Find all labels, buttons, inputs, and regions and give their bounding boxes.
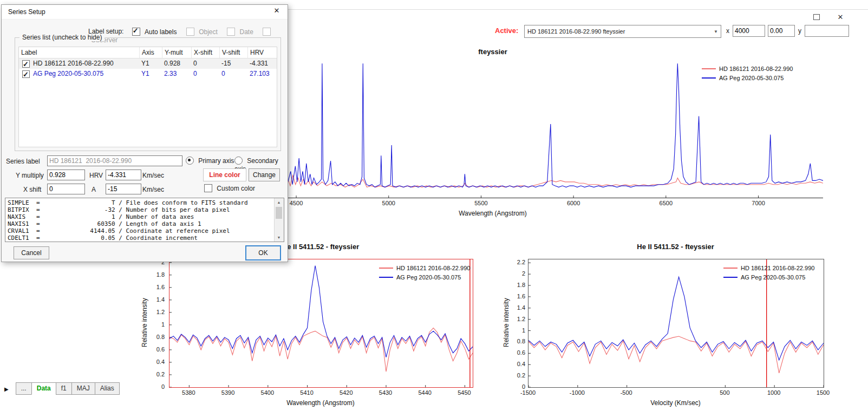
- legend-label: AG Peg 2020-05-30.075: [741, 274, 805, 281]
- tab-scroll-icon[interactable]: ▶: [4, 386, 9, 392]
- date-checkbox: [227, 28, 235, 36]
- series-name: HD 186121 2016-08-22.990: [33, 58, 114, 69]
- series-list-caption: Series list (uncheck to hide): [19, 34, 105, 41]
- ok-button[interactable]: OK: [245, 245, 281, 260]
- series-label-caption: Series label: [6, 158, 40, 165]
- x-tick-label: 5500: [474, 200, 487, 206]
- heii-vel-xlabel: Velocity (Km/sec): [528, 399, 823, 407]
- radio-icon: [234, 157, 243, 165]
- primary-axis-radio[interactable]: Primary axis: [186, 157, 234, 165]
- cell-axis: Y1: [139, 58, 162, 69]
- primary-axis-label: Primary axis: [198, 157, 234, 165]
- x-tick-label: -1000: [570, 389, 585, 396]
- y-tick-label: 1.4: [156, 296, 165, 303]
- heii-wave-legend: HD 186121 2016-08-22.990 AG Peg 2020-05-…: [379, 263, 470, 282]
- heii-wave-xlabel: Wavelength (Angstrom): [169, 399, 472, 407]
- legend-item: HD 186121 2016-08-22.990: [379, 263, 470, 272]
- tab-data[interactable]: Data: [31, 382, 56, 395]
- red-series-line-icon: [702, 68, 716, 69]
- x-tick-label: 5410: [300, 389, 313, 396]
- y-tick-label: 0.8: [517, 338, 525, 344]
- heii-vel-ylabel: Relative intensity: [502, 259, 511, 387]
- auto-labels-checkbox[interactable]: [132, 28, 140, 36]
- custom-color-checkbox-row[interactable]: Custom color: [204, 184, 255, 192]
- x2-input[interactable]: [768, 25, 795, 37]
- active-series-combo[interactable]: HD 186121 2016-08-22.990 fteyssier ▼: [524, 25, 721, 38]
- cell-ymult: 0.928: [162, 58, 191, 69]
- kmsec-label-2: Km/sec: [142, 186, 164, 193]
- cell-axis: Y1: [139, 69, 162, 79]
- y-tick-label: 1.6: [156, 284, 165, 290]
- line-color-button[interactable]: Line color: [203, 168, 246, 181]
- y-tick-label: 0.4: [156, 359, 165, 365]
- tab-f1[interactable]: f1: [56, 382, 72, 395]
- observer-checkbox: [263, 28, 271, 36]
- blue-series-line-icon: [702, 77, 716, 79]
- col-hrv: HRV: [247, 47, 273, 58]
- col-ymult: Y-mult: [162, 47, 191, 58]
- cell-ymult: 2.33: [162, 69, 191, 79]
- legend-item: AG Peg 2020-05-30.075: [723, 272, 814, 282]
- x-shift-input[interactable]: [47, 184, 85, 194]
- red-series-line-icon: [379, 268, 393, 269]
- x-tick-label: 500: [720, 389, 729, 396]
- x-tick-label: 5440: [418, 389, 431, 396]
- series-name: AG Peg 2020-05-30.075: [33, 69, 103, 79]
- x-tick-label: 1500: [817, 389, 830, 396]
- custom-color-checkbox[interactable]: [204, 184, 212, 192]
- scrollbar-thumb[interactable]: [276, 207, 282, 219]
- table-row[interactable]: HD 186121 2016-08-22.990 Y1 0.928 0 -15 …: [19, 58, 277, 69]
- x-input[interactable]: [733, 25, 765, 37]
- x-tick-label: 5380: [182, 389, 195, 396]
- cell-xshift: 0: [191, 69, 219, 79]
- tab-maj[interactable]: MAJ: [71, 382, 95, 395]
- scroll-down-icon[interactable]: ▼: [275, 233, 283, 242]
- cancel-button[interactable]: Cancel: [14, 246, 49, 259]
- y-tick-label: 1.4: [517, 304, 525, 311]
- y-tick-label: 1.8: [517, 282, 525, 288]
- chevron-down-icon[interactable]: ▼: [711, 29, 721, 34]
- dialog-titlebar[interactable]: Series Setup ✕: [2, 5, 288, 19]
- y-tick-label: 0.4: [517, 361, 525, 367]
- col-label: Label: [19, 47, 139, 58]
- radio-icon: [186, 157, 194, 165]
- row-label-cell: AG Peg 2020-05-30.075: [19, 69, 139, 79]
- hrv-input[interactable]: [106, 170, 141, 180]
- y-tick-label: 2: [522, 270, 525, 277]
- y-multiply-input[interactable]: [47, 170, 85, 180]
- change-button[interactable]: Change: [249, 168, 280, 181]
- series-visible-checkbox[interactable]: [22, 70, 30, 78]
- close-button[interactable]: ✕: [832, 11, 849, 23]
- x-tick-label: 6000: [567, 200, 580, 206]
- x-shift-caption: X shift: [23, 186, 41, 193]
- object-label: Object: [199, 28, 218, 36]
- y-multiply-caption: Y multiply: [16, 172, 44, 179]
- legend-label: AG Peg 2020-05-30.075: [719, 75, 784, 81]
- series-visible-checkbox[interactable]: [22, 60, 30, 68]
- fits-header-box[interactable]: SIMPLE = T / File does conform to FITS s…: [5, 198, 284, 242]
- table-row[interactable]: AG Peg 2020-05-30.075 Y1 2.33 0 0 27.103: [19, 69, 277, 79]
- dialog-close-button[interactable]: ✕: [269, 6, 284, 17]
- legend-item: AG Peg 2020-05-30.075: [379, 272, 470, 282]
- cell-hrv: -4.331: [247, 58, 273, 69]
- x-label: x: [726, 27, 729, 35]
- cell-vshift: -15: [219, 58, 247, 69]
- maximize-button[interactable]: [808, 11, 825, 23]
- y-tick-label: 1: [522, 327, 525, 334]
- cell-hrv: 27.103: [247, 69, 273, 79]
- y-tick-label: 1.2: [156, 309, 165, 315]
- y-input[interactable]: [805, 25, 849, 37]
- heii-vel-xticks: -1500-1000-50050010001500: [528, 389, 823, 397]
- scroll-up-icon[interactable]: ▲: [275, 198, 283, 206]
- x-tick-label: 5450: [458, 389, 471, 396]
- fits-scrollbar[interactable]: ▲ ▼: [274, 198, 284, 242]
- x-tick-label: 4500: [290, 200, 303, 206]
- heii-vel-yticks: 00.20.40.60.811.21.41.61.822.2: [511, 259, 526, 387]
- tab-overflow[interactable]: ...: [16, 382, 32, 395]
- x-tick-label: 5420: [340, 389, 353, 396]
- tab-alias[interactable]: Alias: [95, 382, 120, 395]
- window-top-border: [287, 9, 868, 10]
- v-shift-input[interactable]: [106, 184, 141, 194]
- active-label: Active:: [495, 27, 518, 35]
- legend-label: HD 186121 2016-08-22.990: [396, 265, 470, 271]
